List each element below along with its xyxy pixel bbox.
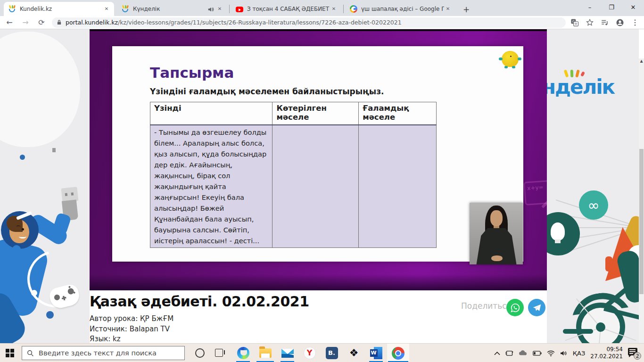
- video-top-edge: [90, 29, 547, 31]
- table-cell-empty: [359, 125, 437, 248]
- doodle-text: x+y=: [527, 184, 544, 191]
- profile-avatar-icon[interactable]: [616, 18, 624, 27]
- close-tab-icon[interactable]: ✕: [444, 5, 452, 13]
- blackboard-doodle-icon: x+y=: [523, 180, 547, 206]
- decor-dot: [31, 290, 37, 296]
- taskbar-vk[interactable]: B.: [321, 344, 343, 362]
- right-decor-strip: нделік ∞: [547, 29, 639, 343]
- sign-language-interpreter-video: [470, 203, 523, 264]
- taskbar-file-explorer[interactable]: [254, 344, 276, 362]
- taskbar-chrome[interactable]: [387, 344, 409, 362]
- battery-icon[interactable]: [533, 351, 542, 356]
- table-body-row: - Тынымы да өзгешелеу болды білем... Ара…: [150, 125, 437, 248]
- chrome-icon: [392, 347, 405, 360]
- onedrive-cloud-icon[interactable]: [519, 350, 528, 356]
- video-player[interactable]: x+y= Тапсырма Үзіндіні ғаламдық мәселеме…: [90, 29, 547, 290]
- taskbar-dropbox[interactable]: ❖: [343, 344, 365, 362]
- table-cell-excerpt: - Тынымы да өзгешелеу болды білем... Ара…: [150, 125, 272, 248]
- screen: Kundelik.kz ✕ Күнделік ✕ З тоқсан 4 САБА…: [0, 0, 644, 362]
- yandex-browser-icon: Y: [304, 347, 316, 359]
- scrollbar-up-icon[interactable]: ▲: [639, 58, 644, 64]
- tab-title: Kundelik.kz: [20, 6, 103, 12]
- infinity-badge-icon: ∞: [579, 190, 608, 220]
- keyboard-language-indicator[interactable]: ҚАЗ: [573, 350, 585, 357]
- address-bar[interactable]: portal.kundelik.kz/kz/video-lessons/grad…: [52, 17, 566, 28]
- taskbar-edge[interactable]: [232, 344, 254, 362]
- start-button[interactable]: [6, 349, 14, 357]
- balapan-chick-icon: [500, 50, 520, 69]
- browser-toolbar: ← → ⟳ portal.kundelik.kz/kz/video-lesson…: [0, 16, 644, 29]
- taskbar-word[interactable]: W: [365, 344, 387, 362]
- toolbar-icons: G文: [570, 18, 639, 27]
- tab-google-search[interactable]: үш шапалақ әдісі – Google Поис ✕: [345, 2, 455, 16]
- back-button[interactable]: ←: [3, 17, 16, 28]
- taskbar-yandex[interactable]: Y: [298, 344, 321, 362]
- task-view-button[interactable]: [215, 349, 223, 357]
- volume-icon[interactable]: [560, 350, 568, 356]
- tab-title: З тоқсан 4 САБАҚ ӘДЕБИЕТ Аба: [247, 6, 330, 12]
- tray-clock[interactable]: 09:54 27.02.2021: [590, 346, 623, 360]
- system-tray: ҚАЗ 09:54 27.02.2021 2: [494, 344, 640, 362]
- infinity-glyph: ∞: [588, 197, 600, 214]
- youtube-favicon-icon: [236, 7, 243, 12]
- action-center-button[interactable]: 2: [628, 347, 640, 359]
- lesson-meta: Автор урока: ҚР БжҒМ Источник: Balapan T…: [90, 314, 173, 345]
- slide-subtitle: Үзіндіні ғаламдық мәселемен байланыстыры…: [150, 87, 384, 96]
- decor-dot: [46, 311, 54, 319]
- decor-blob: [0, 32, 80, 147]
- wifi-icon[interactable]: [547, 350, 555, 356]
- tab-youtube[interactable]: З тоқсан 4 САБАҚ ӘДЕБИЕТ Аба ✕: [231, 2, 341, 16]
- cortana-button[interactable]: [195, 348, 205, 358]
- google-favicon-icon: [350, 5, 357, 13]
- project-display-icon[interactable]: [505, 350, 513, 356]
- bookmark-star-icon[interactable]: [586, 18, 594, 27]
- tray-date: 27.02.2021: [590, 353, 623, 360]
- slide-table: Үзінді Көтерілген мәселе Ғаламдық мәселе…: [150, 102, 437, 248]
- browser-tabstrip: Kundelik.kz ✕ Күнделік ✕ З тоқсан 4 САБА…: [0, 0, 644, 16]
- tab-audio-icon[interactable]: [207, 6, 214, 12]
- close-tab-icon[interactable]: ✕: [330, 5, 338, 13]
- whatsapp-icon: [510, 303, 520, 313]
- close-tab-icon[interactable]: ✕: [216, 5, 223, 13]
- new-tab-button[interactable]: +: [460, 4, 472, 16]
- telegram-share-button[interactable]: [528, 299, 545, 316]
- close-button[interactable]: ✕: [622, 0, 644, 14]
- translate-icon[interactable]: G文: [570, 18, 579, 27]
- table-header-galamdyk: Ғаламдық мәселе: [359, 102, 437, 125]
- tab-kundelik[interactable]: Kundelik.kz ✕: [4, 2, 114, 16]
- page-content: нделік ∞: [0, 29, 644, 343]
- url-path: /kz/video-lessons/grades/11/subjects/26-…: [118, 19, 402, 26]
- telegram-icon: [532, 303, 542, 313]
- bicycle-handlebar: [563, 329, 593, 334]
- tray-chevron-icon[interactable]: [494, 351, 500, 355]
- notification-badge: 2: [634, 352, 641, 360]
- vk-icon: B.: [326, 347, 338, 359]
- mail-icon: [281, 349, 294, 358]
- search-placeholder: Введите здесь текст для поиска: [39, 349, 157, 357]
- taskbar-search-input[interactable]: Введите здесь текст для поиска: [22, 346, 185, 360]
- restore-button[interactable]: ❐: [601, 0, 622, 14]
- taskbar-mail[interactable]: [276, 344, 298, 362]
- chrome-menu-icon[interactable]: [631, 18, 639, 27]
- meta-source: Источник: Balapan TV: [90, 324, 173, 335]
- forward-button[interactable]: →: [19, 17, 32, 28]
- kundelik-favicon-icon: [122, 5, 129, 13]
- slide-title: Тапсырма: [150, 64, 234, 81]
- file-explorer-icon: [259, 348, 272, 358]
- kundelik-favicon-icon: [8, 5, 16, 13]
- dropbox-icon: ❖: [348, 347, 360, 359]
- media-controls-icon[interactable]: [601, 18, 609, 27]
- tab-separator: [343, 5, 344, 13]
- table-header-row: Үзінді Көтерілген мәселе Ғаламдық мәселе: [150, 102, 437, 125]
- page-scrollbar[interactable]: ▲ ▼: [639, 58, 644, 362]
- edge-icon: [237, 347, 249, 359]
- tab-title: Күнделік: [133, 6, 207, 12]
- scrollbar-thumb[interactable]: [639, 149, 644, 294]
- bicycle-hub: [596, 322, 605, 332]
- reload-button[interactable]: ⟳: [35, 17, 48, 28]
- minimize-button[interactable]: –: [579, 0, 601, 14]
- whatsapp-share-button[interactable]: [506, 299, 524, 316]
- close-tab-icon[interactable]: ✕: [103, 5, 110, 13]
- tab-kundelik-2[interactable]: Күнделік ✕: [117, 2, 227, 16]
- decor-square: [52, 148, 56, 152]
